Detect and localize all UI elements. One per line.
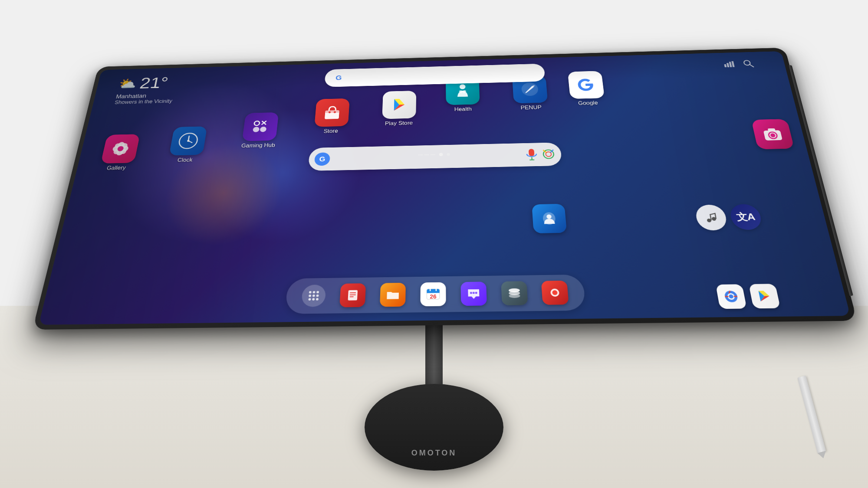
top-right-icons (723, 59, 755, 69)
svg-rect-1 (727, 63, 729, 67)
svg-rect-0 (724, 64, 727, 67)
search-icons-row (525, 148, 556, 161)
svg-rect-31 (768, 128, 776, 132)
dock-play-store-bottom[interactable] (749, 284, 780, 308)
app-play-store[interactable]: Play Store (382, 91, 416, 127)
gallery-label: Gallery (106, 165, 127, 171)
dock-chrome[interactable] (716, 284, 747, 309)
weather-temperature: 21° (138, 74, 170, 92)
scene: OMOTON ⛅ 21° Manhattan (0, 0, 868, 488)
app-store[interactable]: Store (314, 98, 350, 134)
translate-icon: 文A (735, 210, 756, 223)
music-quick-btn[interactable] (694, 204, 729, 230)
svg-text:26: 26 (430, 294, 436, 300)
app-camera[interactable] (751, 119, 794, 149)
clock-icon (169, 126, 207, 155)
google-icon (568, 71, 605, 99)
play-store-icon (382, 91, 416, 119)
bottom-right-dock (716, 284, 780, 309)
app-gaming-hub[interactable]: Gaming Hub (241, 112, 279, 149)
svg-point-49 (309, 298, 311, 301)
svg-point-51 (316, 298, 319, 301)
bixby-icon (532, 204, 567, 233)
tablet-screen: ⛅ 21° Manhattan Showers in the Vicinity … (39, 51, 850, 325)
search-input-area[interactable] (334, 155, 521, 159)
mic-icon[interactable] (525, 148, 539, 161)
google-g-logo: G (332, 72, 345, 83)
gaming-hub-label: Gaming Hub (241, 142, 275, 149)
gaming-hub-icon (242, 112, 279, 141)
dock-layer[interactable] (501, 281, 528, 305)
svg-point-28 (460, 84, 466, 89)
play-store-bottom-icon (754, 288, 774, 304)
svg-point-46 (309, 295, 311, 297)
svg-point-45 (316, 291, 319, 294)
google-g-mid: G (314, 152, 331, 166)
dock-folder[interactable] (380, 283, 406, 307)
screen-recorder-icon (547, 286, 563, 300)
svg-rect-52 (348, 290, 358, 301)
google-label: Google (578, 100, 598, 106)
svg-point-44 (313, 291, 316, 294)
svg-point-47 (312, 295, 315, 297)
tablet-wrapper: ⛅ 21° Manhattan Showers in the Vicinity … (33, 48, 857, 330)
store-icon (314, 98, 350, 127)
svg-line-5 (750, 65, 754, 67)
health-label: Health (454, 106, 472, 112)
app-bixby-folder[interactable] (532, 204, 567, 233)
svg-rect-25 (325, 110, 339, 113)
play-store-label: Play Store (385, 120, 413, 127)
clock-label: Clock (177, 157, 193, 163)
svg-point-23 (260, 127, 266, 131)
translate-quick-btn[interactable]: 文A (728, 204, 763, 230)
quick-panel: 文A (694, 204, 763, 231)
weather-icon: ⛅ (118, 76, 138, 90)
svg-point-22 (253, 127, 259, 131)
svg-rect-3 (731, 61, 734, 67)
messages-icon (466, 287, 481, 301)
folder-icon (385, 288, 401, 301)
chrome-icon (721, 289, 741, 305)
bottom-dock: 26 (285, 275, 586, 314)
all-apps-button[interactable] (301, 285, 326, 307)
search-icon-top[interactable] (742, 59, 755, 68)
gallery-icon (101, 134, 140, 164)
svg-point-50 (312, 298, 315, 301)
dock-messages[interactable] (460, 282, 487, 306)
dock-samsung-notes[interactable] (339, 283, 366, 307)
svg-rect-58 (427, 291, 439, 293)
svg-point-4 (743, 60, 751, 65)
lens-icon[interactable] (542, 148, 556, 160)
svg-point-43 (309, 291, 312, 293)
signal-icon (723, 61, 736, 67)
tablet-outer: ⛅ 21° Manhattan Showers in the Vicinity … (33, 48, 857, 330)
svg-rect-2 (729, 62, 732, 67)
dock-calendar[interactable]: 26 (420, 282, 446, 307)
weather-widget: ⛅ 21° Manhattan Showers in the Vicinity (114, 74, 178, 105)
camera-icon (751, 119, 794, 149)
layer-icon (506, 286, 522, 300)
stand-brand-label: OMOTON (411, 449, 457, 458)
dock-screen-recorder[interactable] (541, 281, 569, 305)
penup-label: PENUP (520, 105, 542, 111)
stand-base: OMOTON (365, 384, 503, 471)
store-label: Store (323, 128, 338, 134)
svg-rect-38 (529, 149, 535, 156)
calendar-icon: 26 (425, 287, 441, 302)
grid-icon (307, 289, 321, 302)
svg-point-19 (254, 121, 260, 125)
app-clock[interactable]: Clock (168, 126, 207, 163)
app-google[interactable]: Google (568, 71, 605, 106)
svg-point-48 (316, 295, 319, 297)
notes-icon (345, 288, 361, 302)
